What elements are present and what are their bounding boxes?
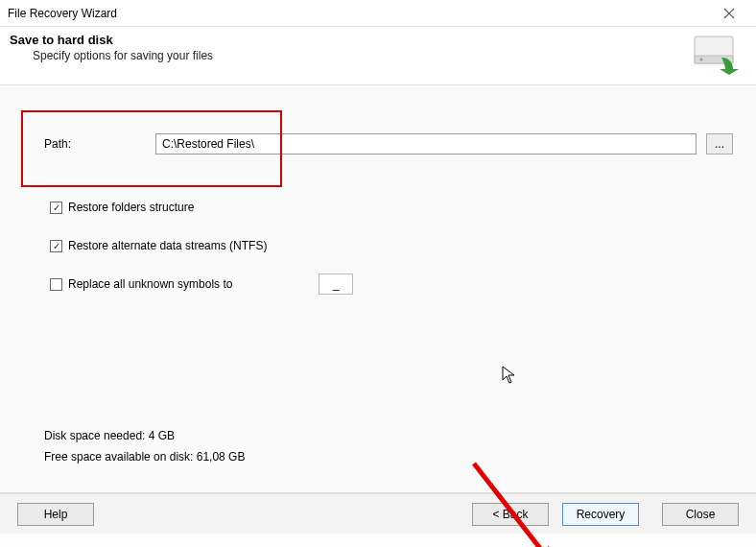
restore-ads-row: ✓ Restore alternate data streams (NTFS): [50, 235, 733, 256]
disk-info: Disk space needed: 4 GB Free space avail…: [44, 425, 245, 467]
restore-ads-label: Restore alternate data streams (NTFS): [68, 239, 267, 252]
path-row: Path: ...: [23, 133, 733, 155]
path-label: Path:: [44, 137, 155, 151]
titlebar: File Recovery Wizard: [0, 0, 756, 27]
wizard-header: Save to hard disk Specify options for sa…: [0, 27, 756, 84]
svg-point-2: [700, 59, 703, 61]
replace-symbols-checkbox[interactable]: [50, 278, 62, 291]
path-input[interactable]: [155, 133, 697, 155]
browse-button[interactable]: ...: [706, 133, 733, 155]
close-icon[interactable]: [710, 0, 748, 27]
replace-symbols-row: Replace all unknown symbols to: [50, 274, 733, 295]
help-button[interactable]: Help: [17, 503, 94, 526]
cursor-icon: [501, 366, 518, 388]
disk-free: Free space available on disk: 61,08 GB: [44, 446, 245, 467]
close-button[interactable]: Close: [662, 503, 739, 526]
footer: Help < Back Recovery Close: [0, 493, 756, 534]
window-title: File Recovery Wizard: [8, 7, 710, 20]
restore-ads-checkbox[interactable]: ✓: [50, 240, 62, 252]
hard-disk-icon: [689, 33, 743, 75]
restore-structure-row: ✓ Restore folders structure: [50, 197, 733, 218]
restore-structure-label: Restore folders structure: [68, 201, 194, 214]
replace-symbols-input[interactable]: [319, 274, 353, 295]
header-subtitle: Specify options for saving your files: [33, 49, 689, 62]
restore-structure-checkbox[interactable]: ✓: [50, 202, 62, 214]
disk-needed: Disk space needed: 4 GB: [44, 425, 245, 446]
recovery-button[interactable]: Recovery: [562, 503, 639, 526]
replace-symbols-label: Replace all unknown symbols to: [68, 277, 232, 291]
header-title: Save to hard disk: [10, 33, 689, 47]
back-button[interactable]: < Back: [472, 503, 549, 526]
wizard-content: Path: ... ✓ Restore folders structure ✓ …: [0, 85, 756, 492]
